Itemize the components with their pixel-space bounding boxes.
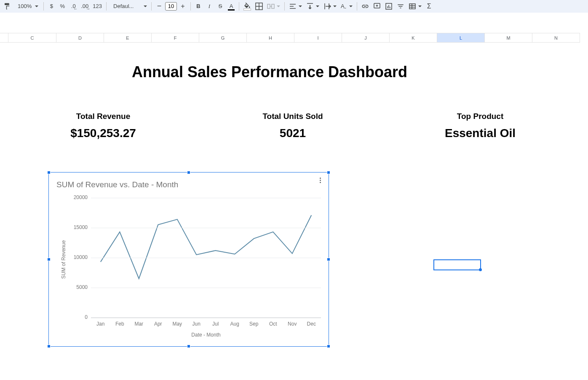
- dashboard-title: Annual Sales Performance Dashboard: [0, 63, 539, 81]
- zoom-dropdown[interactable]: 100%: [13, 1, 41, 11]
- font-size-decrease-button[interactable]: −: [154, 1, 164, 11]
- chevron-down-icon: [316, 5, 319, 7]
- strikethrough-icon: S: [219, 3, 222, 9]
- x-tick-label: Feb: [112, 321, 127, 327]
- resize-handle-nw[interactable]: [47, 171, 51, 174]
- column-header-C[interactable]: C: [8, 33, 56, 43]
- more-formats-button[interactable]: 123: [91, 1, 104, 11]
- align-left-icon: [289, 3, 297, 10]
- font-size-input[interactable]: [165, 2, 177, 11]
- chevron-down-icon: [35, 5, 38, 7]
- text-rotation-button[interactable]: A→: [339, 1, 354, 11]
- text-color-icon: A: [230, 3, 233, 9]
- svg-rect-19: [409, 4, 415, 9]
- svg-rect-4: [272, 4, 274, 8]
- increase-decimal-button[interactable]: .00 →: [79, 1, 90, 11]
- paint-format-button[interactable]: [2, 1, 13, 11]
- column-headers: CDEFGHIJKLMN: [0, 33, 588, 43]
- column-header-F[interactable]: F: [152, 33, 199, 43]
- chart-menu-button[interactable]: [316, 176, 324, 184]
- text-wrap-button[interactable]: [322, 1, 338, 11]
- column-header-N[interactable]: N: [532, 33, 580, 43]
- resize-handle-n[interactable]: [187, 171, 190, 174]
- metric-value-units: 5021: [230, 127, 356, 140]
- gridline: [91, 258, 321, 258]
- wrap-overflow-icon: [323, 3, 331, 10]
- insert-chart-button[interactable]: [383, 1, 394, 11]
- filter-icon: [397, 3, 404, 10]
- column-header-G[interactable]: G: [199, 33, 247, 43]
- resize-handle-sw[interactable]: [47, 345, 51, 348]
- chart-container[interactable]: SUM of Revenue vs. Date - Month SUM of R…: [48, 172, 329, 347]
- format-percent-button[interactable]: %: [57, 1, 67, 11]
- metric-value-product: Essential Oil: [421, 127, 539, 140]
- column-header-I[interactable]: I: [294, 33, 342, 43]
- percent-icon: %: [60, 3, 65, 9]
- metric-label-product: Top Product: [421, 112, 539, 121]
- font-size-increase-button[interactable]: +: [178, 1, 188, 11]
- column-header-M[interactable]: M: [485, 33, 532, 43]
- insert-link-button[interactable]: [360, 1, 371, 11]
- strikethrough-button[interactable]: S: [215, 1, 225, 11]
- font-family-value: Defaul...: [111, 3, 140, 9]
- bold-button[interactable]: B: [193, 1, 203, 11]
- italic-icon: I: [208, 3, 210, 10]
- font-family-dropdown[interactable]: Defaul...: [109, 1, 149, 11]
- x-tick-label: Sep: [246, 321, 262, 327]
- chart-x-axis-label: Date - Month: [91, 332, 321, 338]
- italic-button[interactable]: I: [204, 1, 214, 11]
- x-tick-label: Oct: [265, 321, 281, 327]
- column-header-D[interactable]: D: [56, 33, 104, 43]
- link-icon: [361, 3, 369, 10]
- table-view-button[interactable]: [407, 1, 423, 11]
- metric-value-revenue: $150,253.27: [46, 127, 160, 140]
- align-bottom-icon: [306, 3, 314, 10]
- merge-cells-button: [265, 1, 282, 11]
- resize-handle-w[interactable]: [47, 258, 51, 261]
- paint-bucket-icon: [243, 3, 251, 10]
- toolbar: 100% $ % .0 ← .00 → 123 Defaul... − + B …: [0, 0, 588, 13]
- column-header-H[interactable]: H: [247, 33, 294, 43]
- gridline: [91, 228, 321, 228]
- filter-button[interactable]: [395, 1, 406, 11]
- resize-handle-ne[interactable]: [327, 171, 330, 174]
- borders-button[interactable]: [254, 1, 265, 11]
- column-header-L[interactable]: L: [437, 33, 485, 43]
- borders-icon: [255, 3, 263, 10]
- x-tick-label: Jun: [189, 321, 204, 327]
- chart-line-series: [101, 215, 312, 279]
- vertical-align-button[interactable]: [305, 1, 321, 11]
- metric-label-units: Total Units Sold: [230, 112, 356, 121]
- y-tick-label: 20000: [66, 194, 88, 200]
- resize-handle-e[interactable]: [327, 258, 330, 261]
- text-color-button[interactable]: A: [226, 1, 236, 11]
- y-tick-label: 10000: [66, 254, 88, 260]
- x-tick-label: Nov: [285, 321, 300, 327]
- column-header-J[interactable]: J: [342, 33, 390, 43]
- column-header-K[interactable]: K: [390, 33, 437, 43]
- insert-comment-button[interactable]: [372, 1, 382, 11]
- x-tick-label: Jul: [208, 321, 223, 327]
- active-cell[interactable]: [433, 259, 481, 270]
- comment-icon: [373, 3, 381, 10]
- x-tick-label: Apr: [150, 321, 166, 327]
- chart-icon: [385, 3, 393, 10]
- x-tick-label: May: [170, 321, 185, 327]
- metric-label-revenue: Total Revenue: [46, 112, 160, 121]
- merge-icon: [267, 3, 275, 10]
- bold-icon: B: [196, 3, 200, 9]
- resize-handle-s[interactable]: [187, 345, 190, 348]
- rotation-icon: A→: [341, 3, 345, 9]
- gridline: [91, 198, 321, 198]
- functions-button[interactable]: Σ: [424, 1, 434, 11]
- fill-color-button[interactable]: [242, 1, 253, 11]
- format-currency-button[interactable]: $: [46, 1, 56, 11]
- chevron-down-icon: [277, 5, 280, 7]
- table-icon: [409, 3, 416, 10]
- decrease-decimal-button[interactable]: .0 ←: [68, 1, 78, 11]
- horizontal-align-button[interactable]: [287, 1, 304, 11]
- chart-title: SUM of Revenue vs. Date - Month: [56, 180, 178, 189]
- resize-handle-se[interactable]: [327, 345, 330, 348]
- column-header-E[interactable]: E: [104, 33, 152, 43]
- row-corner[interactable]: [0, 33, 8, 43]
